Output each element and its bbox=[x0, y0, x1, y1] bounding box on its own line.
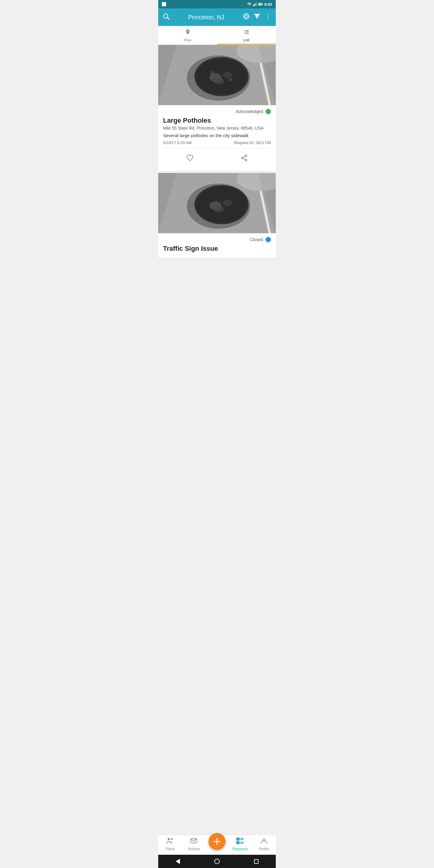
svg-text:⚡: ⚡ bbox=[259, 4, 261, 6]
svg-rect-1 bbox=[254, 4, 254, 6]
search-button[interactable] bbox=[162, 13, 170, 22]
view-tab-bar: Map List bbox=[158, 26, 276, 45]
gps-button[interactable] bbox=[243, 13, 250, 22]
svg-point-38 bbox=[213, 78, 224, 84]
svg-point-55 bbox=[196, 187, 247, 223]
card-2-body: Closed Traffic Sign Issue bbox=[158, 233, 276, 257]
svg-line-47 bbox=[243, 158, 245, 160]
map-icon bbox=[185, 29, 191, 36]
svg-rect-20 bbox=[244, 30, 245, 31]
card-1-share-button[interactable] bbox=[228, 152, 260, 166]
card-1-status-label: Acknowledged bbox=[236, 109, 263, 114]
sd-card-icon bbox=[162, 2, 166, 6]
svg-rect-0 bbox=[253, 5, 253, 6]
svg-point-39 bbox=[210, 71, 215, 76]
card-1-address: Mile 55 State Rd, Princeton, New Jersey,… bbox=[163, 126, 271, 130]
status-bar-left bbox=[162, 2, 166, 6]
tab-map[interactable]: Map bbox=[158, 26, 217, 44]
svg-line-46 bbox=[243, 156, 245, 158]
content-list: Acknowledged Large Potholes Mile 55 Stat… bbox=[158, 45, 276, 296]
card-2-image bbox=[158, 173, 276, 233]
clock: 9:02 bbox=[264, 2, 272, 7]
svg-point-37 bbox=[223, 72, 232, 78]
status-bar: ⚡ 9:02 bbox=[158, 0, 276, 8]
card-1-actions bbox=[163, 151, 271, 167]
svg-point-11 bbox=[245, 15, 247, 18]
card-1-status-dot bbox=[266, 109, 271, 114]
svg-line-10 bbox=[167, 18, 169, 20]
card-1-title: Large Potholes bbox=[163, 117, 271, 124]
svg-point-35 bbox=[196, 59, 247, 95]
svg-rect-23 bbox=[245, 32, 249, 32]
tab-list[interactable]: List bbox=[217, 26, 276, 44]
svg-rect-6 bbox=[262, 4, 263, 5]
svg-point-17 bbox=[268, 14, 269, 15]
card-1-description: Several large potholes on the city sidew… bbox=[163, 133, 271, 138]
app-bar: Princeton, NJ bbox=[158, 8, 276, 26]
svg-point-43 bbox=[245, 155, 247, 157]
issue-card-2: Closed Traffic Sign Issue bbox=[158, 173, 276, 257]
tab-list-label: List bbox=[243, 38, 249, 42]
svg-rect-4 bbox=[256, 2, 257, 6]
card-1-image bbox=[158, 45, 276, 105]
tab-active-indicator bbox=[217, 44, 276, 44]
svg-rect-2 bbox=[255, 3, 255, 6]
signal-icon bbox=[253, 2, 257, 6]
card-1-meta: 5/18/17 6:20 AM Request ID: 3421748 bbox=[163, 141, 271, 148]
svg-point-45 bbox=[245, 159, 247, 161]
svg-point-40 bbox=[229, 78, 232, 82]
svg-rect-21 bbox=[245, 30, 249, 31]
svg-point-58 bbox=[213, 206, 224, 212]
card-2-status-row: Closed bbox=[163, 237, 271, 242]
filter-button[interactable] bbox=[253, 13, 261, 22]
status-bar-right: ⚡ 9:02 bbox=[247, 2, 272, 7]
battery-icon: ⚡ bbox=[258, 2, 263, 6]
card-2-title: Traffic Sign Issue bbox=[163, 245, 271, 253]
location-title: Princeton, NJ bbox=[173, 14, 239, 21]
svg-rect-22 bbox=[244, 32, 245, 32]
card-1-date: 5/18/17 6:20 AM bbox=[163, 141, 192, 145]
svg-rect-24 bbox=[244, 33, 245, 34]
svg-point-19 bbox=[268, 18, 269, 19]
tab-map-label: Map bbox=[184, 38, 191, 42]
card-1-status-row: Acknowledged bbox=[163, 109, 271, 114]
card-2-status-dot bbox=[266, 237, 271, 242]
list-icon bbox=[244, 29, 250, 36]
card-1-like-button[interactable] bbox=[174, 152, 206, 166]
svg-rect-25 bbox=[245, 33, 249, 34]
svg-point-57 bbox=[223, 200, 232, 206]
card-1-body: Acknowledged Large Potholes Mile 55 Stat… bbox=[158, 105, 276, 170]
card-2-status-label: Closed bbox=[250, 237, 263, 242]
more-options-button[interactable] bbox=[264, 13, 272, 22]
issue-card-1: Acknowledged Large Potholes Mile 55 Stat… bbox=[158, 45, 276, 170]
svg-point-18 bbox=[268, 16, 269, 17]
wifi-icon bbox=[247, 2, 252, 6]
card-1-request-id: Request ID: 3421748 bbox=[234, 141, 271, 145]
svg-rect-3 bbox=[255, 3, 256, 6]
svg-point-44 bbox=[241, 157, 243, 159]
